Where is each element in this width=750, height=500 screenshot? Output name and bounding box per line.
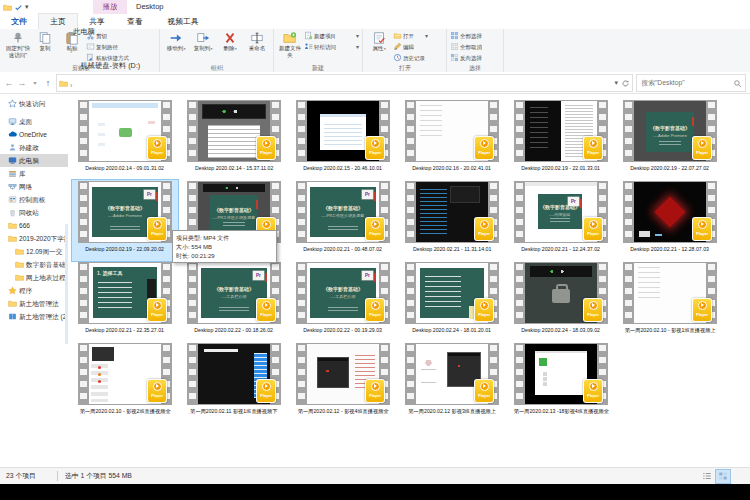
file-item[interactable]: Player Desktop 2020.02.14 - 15.37.11.02 <box>181 99 287 180</box>
ribbon-button[interactable]: 反向选择 <box>450 52 500 63</box>
address-dropdown-icon[interactable]: ▾ <box>614 79 618 87</box>
new-folder-icon <box>283 31 297 45</box>
sidebar-item[interactable]: 回收站 <box>0 206 68 219</box>
sidebar-item[interactable]: 网络 <box>0 180 68 193</box>
filmstrip-frame: Player <box>296 100 390 162</box>
file-item[interactable]: Player 第一周2020.02.13 -18影视4班直播视频全 <box>508 342 614 423</box>
potplayer-badge: Player <box>583 217 603 241</box>
main-content: 快速访问桌面OneDrive孙建政此电脑库网络控制面板回收站6662019-20… <box>0 94 750 468</box>
sidebar-item[interactable]: 库 <box>0 167 68 180</box>
sidebar-item[interactable]: 数字影音基础相关 <box>0 258 68 271</box>
tab-file[interactable]: 文件 <box>0 14 38 29</box>
file-item[interactable]: Player Desktop 2020.02.21 - 11.31.14.01 <box>399 180 505 261</box>
play-icon <box>698 220 707 229</box>
list-view-button[interactable] <box>700 470 714 483</box>
grid-view-icon <box>718 471 728 481</box>
context-tab-play[interactable]: 播放 <box>93 0 127 14</box>
play-icon <box>589 301 598 310</box>
search-icon <box>733 79 742 88</box>
file-item[interactable]: Player 第一周2020.02.12 影视3班直播视频上 <box>399 342 505 423</box>
sidebar-item[interactable]: 桌面 <box>0 115 68 128</box>
file-name: Desktop 2020.02.21 - 12.28.07.03 <box>617 246 723 256</box>
file-item[interactable]: Player 第一周2020.02.10 - 影视1班直播视频上 <box>617 261 723 342</box>
sidebar-item[interactable]: 2019-2020下学期随 <box>0 232 68 245</box>
file-item[interactable]: Player 第一周2020.02.11 影视1班直播视频下 <box>181 342 287 423</box>
ribbon-button[interactable]: 属性▾ <box>366 30 392 58</box>
file-item[interactable]: Player Desktop 2020.02.24 - 18.03.09.02 <box>508 261 614 342</box>
file-item[interactable]: Player 第一周2020.02.12 - 影视4班直播视频全 <box>290 342 396 423</box>
sidebar-item[interactable]: 12.09周一交 <box>0 245 68 258</box>
file-item[interactable]: 《数字影音基础》 ----Adobe Premiere Player Deskt… <box>617 99 723 180</box>
file-item[interactable]: 1. 选择工具 Player Desktop 2020.02.21 - 22.3… <box>72 261 178 342</box>
ribbon-button[interactable]: 全部选择 <box>450 30 500 41</box>
search-input[interactable] <box>640 78 703 87</box>
file-name: Desktop 2020.02.19 - 22.09.20.02 <box>72 246 178 256</box>
tab-4[interactable]: 视频工具 <box>154 14 212 29</box>
play-icon <box>153 382 162 391</box>
file-item[interactable]: Player Desktop 2020.02.16 - 20.02.41.01 <box>399 99 505 180</box>
file-item[interactable]: 《数字影音基础》 ----工具栏介绍 Pr Player Desktop 202… <box>181 261 287 342</box>
folder-icon <box>15 273 24 282</box>
file-name: Desktop 2020.02.21 - 22.35.27.01 <box>72 327 178 337</box>
breadcrumb-separator[interactable]: › <box>69 82 73 89</box>
up-button[interactable]: ↑ <box>43 78 53 88</box>
play-icon <box>480 220 489 229</box>
filmstrip-frame: Player <box>187 100 281 162</box>
file-name: 第一周2020.02.13 -18影视4班直播视频全 <box>508 408 614 418</box>
sidebar-item[interactable]: 新土地管理法 (2) <box>0 310 68 323</box>
file-item[interactable]: Player Desktop 2020.02.15 - 20.46.10.01 <box>290 99 396 180</box>
file-item[interactable]: Player Desktop 2020.02.14 - 09.01.31.02 <box>72 99 178 180</box>
file-tooltip: 项目类型: MP4 文件大小: 554 MB时长: 00:21:29 <box>172 230 277 263</box>
breadcrumb-item[interactable]: 机械硬盘-资料 (D:) <box>69 58 152 74</box>
file-item[interactable]: Player Desktop 2020.02.21 - 12.28.07.03 <box>617 180 723 261</box>
ribbon-button[interactable]: 编辑 <box>393 41 443 52</box>
sidebar-item[interactable]: 控制面板 <box>0 193 68 206</box>
ribbon-button[interactable]: 新建文件夹 <box>277 30 303 58</box>
filmstrip-frame: Player <box>78 100 172 162</box>
sidebar-item[interactable]: 网上地表过程存留 <box>0 271 68 284</box>
recent-locations-dropdown[interactable]: ▾ <box>30 79 40 86</box>
ribbon-button[interactable]: 新建项目▾ <box>304 30 359 41</box>
premiere-logo: Pr <box>568 197 579 206</box>
sidebar-item[interactable]: OneDrive <box>0 128 68 141</box>
sidebar-item[interactable]: 程序 <box>0 284 68 297</box>
play-icon <box>153 139 162 148</box>
folder-icon <box>59 79 68 88</box>
file-item[interactable]: 《数字影音基础》 ----工具栏介绍 Pr Player Desktop 202… <box>290 261 396 342</box>
status-separator <box>57 471 58 481</box>
ribbon-button[interactable]: 全部取消 <box>450 41 500 52</box>
file-item[interactable]: 《数字影音基础》 ----PR工作区介绍及调整 Pr Player Deskto… <box>290 180 396 261</box>
file-item[interactable]: Player 第一周2020.02.10 - 影视2班直播视频全 <box>72 342 178 423</box>
breadcrumb-separator[interactable]: › <box>69 48 73 55</box>
file-name: Desktop 2020.02.14 - 15.37.11.02 <box>181 165 287 175</box>
file-name: Desktop 2020.02.19 - 22.07.27.02 <box>617 165 723 175</box>
sidebar-item[interactable]: 快速访问 <box>0 97 68 110</box>
forward-button[interactable]: → <box>17 78 27 88</box>
sidebar-item[interactable]: 孙建政 <box>0 141 68 154</box>
address-box[interactable]: 此电脑›机械硬盘-资料 (D:)›3.输出文件夹›Desktop ▾ <box>56 74 633 92</box>
chevron-down-icon[interactable]: ▾ <box>25 3 29 11</box>
ribbon-button[interactable]: 轻松访问▾ <box>304 41 359 52</box>
refresh-icon[interactable] <box>621 74 630 92</box>
file-item[interactable]: 《数字影音基础》 ----Adobe Premiere Pr Player De… <box>72 180 178 261</box>
ribbon-button[interactable]: 历史记录 <box>393 52 443 63</box>
ribbon-button[interactable]: 固定到"快速访问" <box>5 30 31 58</box>
sidebar-item[interactable]: 此电脑 <box>0 154 68 167</box>
sidebar-item[interactable]: 666 <box>0 219 68 232</box>
quick-access-toolbar[interactable]: ▾ <box>0 3 29 12</box>
recycle-bin-icon <box>8 208 17 217</box>
file-item[interactable]: Player Desktop 2020.02.19 - 22.01.33.01 <box>508 99 614 180</box>
file-item[interactable]: Player Desktop 2020.02.24 - 18.01.20.01 <box>399 261 505 342</box>
ribbon-button[interactable]: 打开▾ <box>393 30 443 41</box>
thumbnail-view-button[interactable] <box>716 470 730 483</box>
file-item[interactable]: 《数字影音基础》 ----代理剪辑 Pr Player Desktop 2020… <box>508 180 614 261</box>
network-icon <box>8 182 17 191</box>
filmstrip-frame: Player <box>514 100 608 162</box>
breadcrumb-item[interactable]: 此电脑 <box>69 24 152 40</box>
search-box[interactable] <box>636 74 746 92</box>
this-pc-icon <box>8 156 17 165</box>
history-icon <box>393 53 402 62</box>
sidebar-item[interactable]: 新土地管理法 <box>0 297 68 310</box>
check-icon <box>14 3 23 12</box>
back-button[interactable]: ← <box>4 78 14 88</box>
